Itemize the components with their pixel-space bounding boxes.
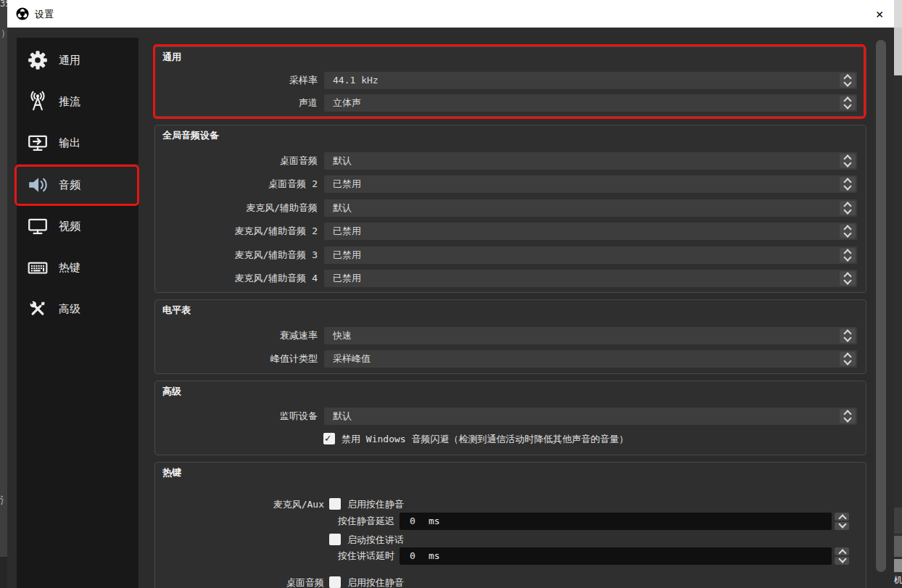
vertical-scrollbar-thumb[interactable] <box>876 40 886 572</box>
sidebar-item-label: 音频 <box>59 178 80 191</box>
combo-arrows-icon[interactable] <box>840 73 856 88</box>
section-title: 电平表 <box>162 304 191 317</box>
speaker-icon <box>27 174 49 196</box>
mic-aux-select[interactable]: 默认 <box>324 199 857 217</box>
section-title: 全局音频设备 <box>162 129 219 142</box>
row-peak-meter-type: 峰值计类型 采样峰值 <box>155 350 866 368</box>
sidebar-item-label: 通用 <box>59 53 80 67</box>
row-mic-aux: 麦克风/辅助音频 默认 <box>155 199 866 217</box>
combo-arrows-icon[interactable] <box>840 328 856 343</box>
output-icon <box>27 132 49 154</box>
push-to-talk-delay-stepper <box>835 547 849 565</box>
combo-arrows-icon[interactable] <box>840 154 856 168</box>
sidebar-item-label: 输出 <box>59 136 80 149</box>
combo-arrows-icon[interactable] <box>840 177 856 191</box>
section-hotkeys: 热键 麦克风/Aux 启用按住静音 按住静音延迟 0 ms 启动按住讲话 <box>154 462 866 588</box>
mic-aux-4-select[interactable]: 已禁用 <box>324 270 857 287</box>
audio-ducking-label: 禁用 Windows 音频闪避（检测到通信活动时降低其他声音的音量） <box>342 433 628 445</box>
section-meters: 电平表 衰减速率 快速 峰值计类型 采样峰值 <box>154 299 866 374</box>
section-global-audio-devices: 全局音频设备 桌面音频 默认 桌面音频 2 已禁用 麦克风/辅助音频 默认 <box>154 125 866 293</box>
sidebar-item-general[interactable]: 通用 <box>17 39 138 80</box>
peak-meter-type-select[interactable]: 采样峰值 <box>324 350 857 368</box>
background-text: 机 <box>894 574 902 587</box>
window-title: 设置 <box>35 8 54 21</box>
combo-arrows-icon[interactable] <box>840 96 856 110</box>
push-to-talk-checkbox[interactable] <box>329 534 341 545</box>
sidebar-item-video[interactable]: 视频 <box>17 205 138 247</box>
section-general: 通用 采样率 44.1 kHz 声道 立体声 <box>154 46 866 117</box>
monitoring-device-select[interactable]: 默认 <box>324 407 857 425</box>
combo-arrows-icon[interactable] <box>840 248 856 262</box>
stepper-down-icon[interactable] <box>835 522 849 530</box>
sidebar-item-advanced[interactable]: 高级 <box>17 288 138 329</box>
combo-arrows-icon[interactable] <box>840 224 856 239</box>
desktop-audio-select[interactable]: 默认 <box>324 152 857 170</box>
row-mic-aux-2: 麦克风/辅助音频 2 已禁用 <box>155 223 866 240</box>
row-push-to-mute: 启用按住静音 <box>155 497 866 510</box>
desktop-push-to-mute-checkbox[interactable] <box>329 576 341 588</box>
section-title: 热键 <box>162 466 181 479</box>
row-sample-rate: 采样率 44.1 kHz <box>155 72 866 89</box>
sidebar-item-label: 视频 <box>59 219 80 233</box>
row-push-to-talk-delay: 按住讲话延时 0 ms <box>155 547 866 565</box>
row-push-to-talk: 启动按住讲话 <box>155 533 866 546</box>
background-text: 3S <box>0 0 7 9</box>
combo-arrows-icon[interactable] <box>840 201 856 215</box>
sample-rate-label: 采样率 <box>155 72 318 89</box>
title-bar: 设置 ✕ <box>7 0 894 28</box>
row-desktop-audio-2: 桌面音频 2 已禁用 <box>155 175 866 193</box>
background-text: ) <box>1 29 6 39</box>
push-to-talk-delay-input[interactable]: 0 ms <box>400 547 832 565</box>
push-to-mute-delay-input[interactable]: 0 ms <box>400 513 832 530</box>
row-mic-aux-3: 麦克风/辅助音频 3 已禁用 <box>155 247 866 264</box>
audio-ducking-checkbox[interactable] <box>323 433 335 444</box>
desktop-audio-2-select[interactable]: 已禁用 <box>324 175 857 193</box>
background-window-right: 机 <box>894 0 902 588</box>
sidebar-item-label: 高级 <box>59 302 80 315</box>
sidebar-item-audio[interactable]: 音频 <box>17 164 138 205</box>
gear-icon <box>27 49 49 71</box>
sidebar-item-label: 推流 <box>59 94 80 108</box>
settings-dialog: 设置 ✕ 通用 <box>7 0 894 588</box>
row-audio-ducking: 禁用 Windows 音频闪避（检测到通信活动时降低其他声音的音量） <box>155 432 866 445</box>
decay-rate-select[interactable]: 快速 <box>324 327 857 344</box>
antenna-icon <box>27 91 49 112</box>
row-monitoring-device: 监听设备 默认 <box>155 407 866 425</box>
row-push-to-mute-delay: 按住静音延迟 0 ms <box>155 513 866 530</box>
row-channels: 声道 立体声 <box>155 94 866 112</box>
sidebar-item-hotkeys[interactable]: 热键 <box>17 247 138 288</box>
sidebar-item-stream[interactable]: 推流 <box>17 80 138 122</box>
push-to-mute-checkbox[interactable] <box>329 498 341 510</box>
combo-arrows-icon[interactable] <box>840 409 856 423</box>
mic-aux-2-select[interactable]: 已禁用 <box>324 223 857 240</box>
screen: 3S ) 氵 设置 ✕ <box>0 0 902 588</box>
row-mic-aux-4: 麦克风/辅助音频 4 已禁用 <box>155 270 866 287</box>
background-block <box>0 557 7 588</box>
obs-logo-icon <box>16 7 29 20</box>
background-window-left: 3S ) 氵 <box>0 0 7 588</box>
sample-rate-select[interactable]: 44.1 kHz <box>324 72 857 89</box>
section-title: 高级 <box>162 385 181 398</box>
channels-label: 声道 <box>155 94 318 112</box>
combo-arrows-icon[interactable] <box>840 271 856 286</box>
combo-arrows-icon[interactable] <box>840 352 856 366</box>
channels-select[interactable]: 立体声 <box>324 94 857 112</box>
push-to-mute-delay-stepper <box>835 513 849 530</box>
mic-aux-3-select[interactable]: 已禁用 <box>324 247 857 264</box>
settings-sidebar: 通用 推流 <box>17 38 138 588</box>
sidebar-item-label: 热键 <box>59 260 80 274</box>
sidebar-item-output[interactable]: 输出 <box>17 122 138 163</box>
section-title: 通用 <box>162 51 181 64</box>
row-desktop-push-to-mute: 启用按住静音 <box>155 576 866 588</box>
row-desktop-audio: 桌面音频 默认 <box>155 152 866 170</box>
row-decay-rate: 衰减速率 快速 <box>155 327 866 344</box>
keyboard-icon <box>27 257 49 278</box>
stepper-down-icon[interactable] <box>835 557 849 565</box>
close-button[interactable]: ✕ <box>869 4 890 24</box>
tools-icon <box>27 298 49 320</box>
monitor-icon <box>27 215 49 237</box>
section-advanced: 高级 监听设备 默认 禁用 Windows 音频闪避（检测到通信活动时降低其他声… <box>154 381 866 455</box>
background-text: 氵 <box>0 494 7 508</box>
